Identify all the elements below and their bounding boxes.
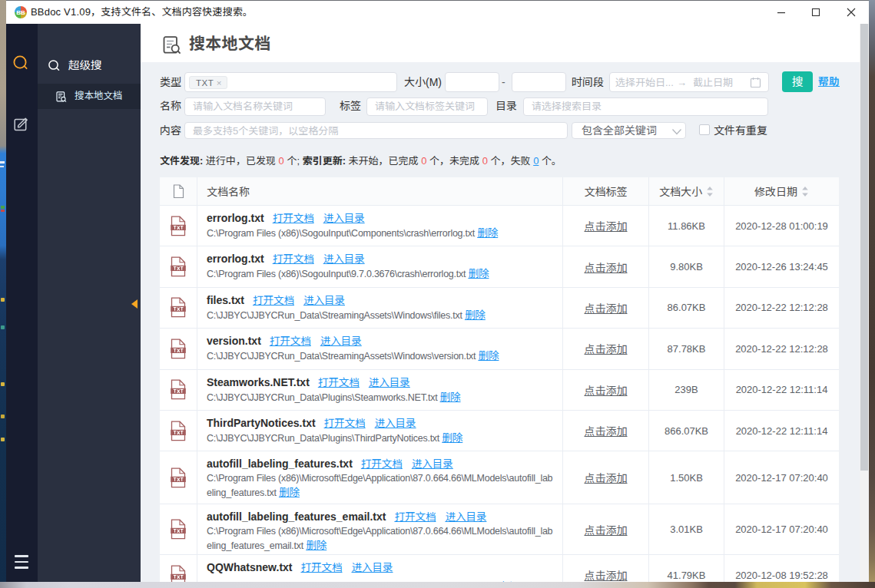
svg-text:BB: BB [16,9,25,16]
